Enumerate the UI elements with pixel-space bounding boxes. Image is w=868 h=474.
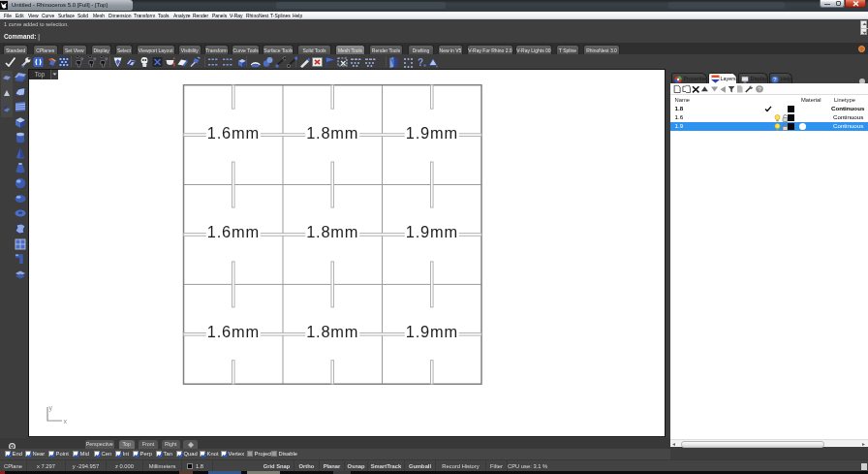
svg-text:1.8mm: 1.8mm xyxy=(306,223,358,240)
svg-text:1.6mm: 1.6mm xyxy=(207,124,260,142)
svg-text:?: ? xyxy=(758,85,761,92)
svg-text:1.8mm: 1.8mm xyxy=(306,124,358,142)
svg-text:x: x xyxy=(64,418,68,425)
svg-text:1.6mm: 1.6mm xyxy=(207,323,260,340)
svg-text:1.9mm: 1.9mm xyxy=(406,223,458,240)
svg-text:?: ? xyxy=(418,57,423,68)
svg-text:1.9mm: 1.9mm xyxy=(406,323,458,340)
svg-text:y: y xyxy=(49,404,53,412)
svg-text:1.6mm: 1.6mm xyxy=(207,223,260,240)
svg-text:1.8mm: 1.8mm xyxy=(306,323,358,340)
svg-text:1.9mm: 1.9mm xyxy=(406,124,458,142)
